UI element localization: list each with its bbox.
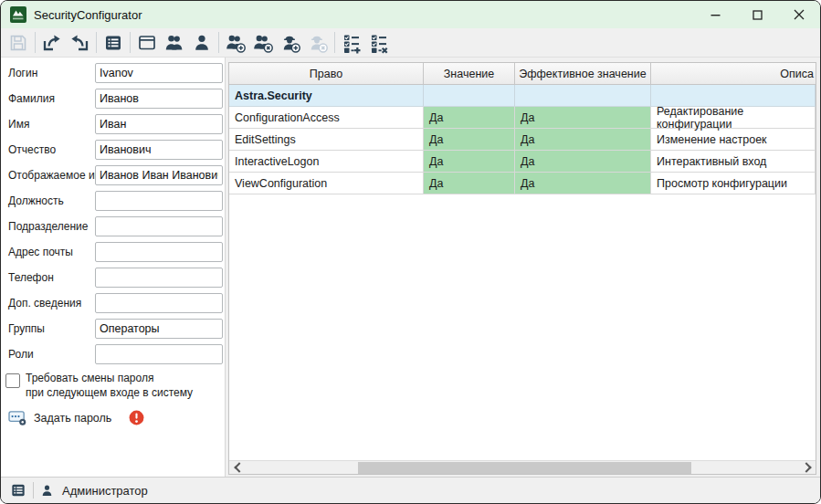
- toolbar-separator: [96, 32, 97, 53]
- department-input[interactable]: [95, 216, 223, 236]
- right-cell[interactable]: ViewConfiguration: [229, 173, 424, 194]
- description-cell[interactable]: Изменение настроек: [651, 129, 816, 150]
- field-roles: Роли: [8, 343, 225, 365]
- table-row[interactable]: InteractiveLogon Да Да Интерактивный вхо…: [229, 151, 816, 173]
- right-cell[interactable]: EditSettings: [229, 129, 424, 150]
- add-right-button[interactable]: [338, 30, 365, 56]
- value-cell[interactable]: Да: [424, 173, 515, 194]
- value-cell[interactable]: Да: [424, 107, 515, 128]
- effective-value-cell[interactable]: Да: [515, 151, 651, 172]
- chevron-right-icon: [801, 462, 811, 472]
- horizontal-scrollbar[interactable]: [229, 460, 816, 474]
- chevron-left-icon: [234, 462, 244, 472]
- set-password-label: Задать пароль: [34, 412, 111, 425]
- field-email: Адрес почты: [8, 241, 225, 263]
- status-bar: Администратор: [1, 477, 820, 503]
- export-button[interactable]: [38, 30, 66, 56]
- column-header-right[interactable]: Право: [229, 63, 424, 84]
- field-label: Подразделение: [8, 220, 95, 233]
- worker-remove-icon: [307, 32, 329, 54]
- field-label: Имя: [8, 118, 95, 131]
- column-header-value[interactable]: Значение: [424, 63, 515, 84]
- field-label: Телефон: [8, 271, 95, 284]
- description-cell[interactable]: Редактирование конфигурации: [651, 107, 816, 128]
- rights-remove-icon: [368, 32, 390, 54]
- title-bar: SecurityConfigurator: [1, 1, 820, 28]
- add-operator-button[interactable]: [277, 30, 304, 56]
- column-header-effective[interactable]: Эффективное значение: [515, 63, 651, 84]
- right-cell[interactable]: ConfigurationAccess: [229, 107, 424, 128]
- app-window: SecurityConfigurator: [0, 0, 821, 504]
- app-logo-icon: [10, 6, 26, 23]
- group-row[interactable]: Astra.Security: [229, 85, 816, 107]
- rights-add-icon: [341, 32, 363, 54]
- table-row[interactable]: ConfigurationAccess Да Да Редактирование…: [229, 107, 816, 129]
- close-button[interactable]: [778, 1, 820, 28]
- extra-info-input[interactable]: [95, 293, 223, 313]
- login-input[interactable]: [95, 63, 223, 83]
- user-add-icon: [225, 32, 247, 54]
- minimize-icon: [710, 10, 721, 20]
- middlename-input[interactable]: [95, 140, 223, 160]
- effective-value-cell[interactable]: Да: [515, 173, 651, 194]
- toolbar: [1, 28, 820, 58]
- description-cell[interactable]: Интерактивный вход: [651, 151, 816, 172]
- email-input[interactable]: [95, 242, 223, 262]
- window-view-button[interactable]: [133, 30, 161, 56]
- phone-input[interactable]: [95, 268, 223, 288]
- lastname-input[interactable]: [95, 89, 223, 109]
- column-header-description[interactable]: Описа: [651, 63, 816, 84]
- table-row[interactable]: ViewConfiguration Да Да Просмотр конфигу…: [229, 173, 816, 194]
- password-warning-icon: [129, 410, 144, 425]
- field-label: Логин: [8, 67, 95, 79]
- scroll-right-arrow[interactable]: [800, 461, 814, 474]
- field-login: Логин: [8, 62, 225, 84]
- field-phone: Телефон: [8, 267, 225, 289]
- field-groups: Группы: [8, 318, 225, 340]
- scroll-left-arrow[interactable]: [231, 461, 245, 474]
- scrollbar-thumb[interactable]: [358, 462, 691, 474]
- field-middlename: Отчество: [8, 139, 225, 161]
- main-area: Логин Фамилия Имя Отчество Отображаемое …: [1, 58, 820, 477]
- set-password-icon: [8, 409, 27, 426]
- firstname-input[interactable]: [95, 114, 223, 134]
- remove-operator-button[interactable]: [304, 30, 332, 56]
- value-cell[interactable]: Да: [424, 129, 515, 150]
- users-view-button[interactable]: [161, 30, 188, 56]
- statusbar-separator: [33, 482, 34, 499]
- list-view-button[interactable]: [100, 30, 127, 56]
- save-icon: [7, 32, 29, 54]
- password-change-checkbox-row: Требовать смены пароля при следующем вхо…: [5, 372, 225, 400]
- user-form-panel: Логин Фамилия Имя Отчество Отображаемое …: [1, 58, 226, 477]
- roles-input[interactable]: [95, 344, 223, 364]
- field-firstname: Имя: [8, 113, 225, 135]
- description-cell[interactable]: Просмотр конфигурации: [651, 173, 816, 194]
- set-password-button[interactable]: Задать пароль: [8, 409, 144, 426]
- right-cell[interactable]: InteractiveLogon: [229, 151, 424, 172]
- field-displayname: Отображаемое имя: [8, 164, 225, 186]
- maximize-button[interactable]: [736, 1, 778, 28]
- user-view-button[interactable]: [188, 30, 216, 56]
- status-list-button[interactable]: [6, 479, 30, 501]
- position-input[interactable]: [95, 191, 223, 211]
- effective-value-cell[interactable]: Да: [515, 129, 651, 150]
- groups-input[interactable]: [95, 319, 223, 339]
- worker-add-icon: [279, 32, 301, 54]
- field-position: Должность: [8, 190, 225, 212]
- import-button[interactable]: [66, 30, 93, 56]
- remove-right-button[interactable]: [365, 30, 393, 56]
- minimize-button[interactable]: [694, 1, 736, 28]
- password-change-checkbox[interactable]: [5, 373, 20, 388]
- add-user-button[interactable]: [222, 30, 249, 56]
- value-cell[interactable]: Да: [424, 151, 515, 172]
- field-lastname: Фамилия: [8, 88, 225, 110]
- table-row[interactable]: EditSettings Да Да Изменение настроек: [229, 129, 816, 151]
- effective-value-cell[interactable]: Да: [515, 107, 651, 128]
- save-button[interactable]: [5, 30, 32, 56]
- field-label: Доп. сведения: [8, 297, 95, 310]
- displayname-input[interactable]: [95, 165, 223, 185]
- remove-user-button[interactable]: [249, 30, 277, 56]
- field-label: Адрес почты: [8, 246, 95, 258]
- field-label: Группы: [8, 322, 95, 335]
- field-label: Роли: [8, 348, 95, 361]
